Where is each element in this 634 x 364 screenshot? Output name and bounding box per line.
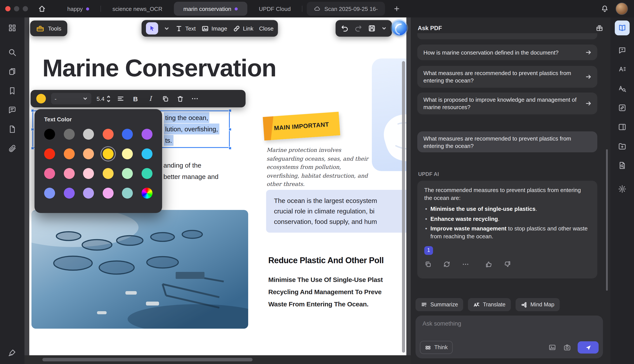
copy-icon[interactable] [424, 260, 432, 268]
selection-handle[interactable] [228, 128, 232, 131]
italic-button[interactable]: I [146, 94, 155, 104]
selection-handle[interactable] [31, 147, 34, 150]
pages-panel-button[interactable] [8, 67, 17, 76]
image-tool-button[interactable]: Image [201, 25, 227, 32]
link-tool-button[interactable]: Link [233, 25, 253, 32]
color-swatch-11[interactable] [142, 148, 152, 159]
more-options-button[interactable] [190, 94, 200, 104]
vertical-scrollbar[interactable] [402, 61, 405, 353]
thumbs-down-icon[interactable] [504, 260, 511, 268]
color-swatch-12[interactable] [44, 168, 55, 179]
think-mode-button[interactable]: Think [420, 341, 452, 354]
search-panel-button[interactable] [8, 48, 17, 57]
color-swatch-5[interactable] [142, 129, 152, 140]
notifications-button[interactable] [598, 2, 611, 15]
attachments-panel-button[interactable] [8, 144, 17, 153]
citation-badge[interactable]: 1 [424, 246, 433, 255]
file-panel-button[interactable] [8, 125, 17, 134]
arrow-right-icon[interactable] [585, 73, 592, 80]
translate-chip[interactable]: Translate [468, 298, 511, 311]
selection-handle[interactable] [228, 147, 232, 150]
chevron-down-icon[interactable] [382, 26, 387, 31]
reader-mode-button[interactable] [615, 20, 630, 35]
chevron-down-icon[interactable] [164, 26, 170, 31]
tab-science-news-ocr[interactable]: science news_OCR [101, 0, 174, 18]
chat-input-box[interactable]: Think [416, 316, 603, 358]
zoom-window-button[interactable] [23, 6, 28, 11]
color-swatch-0[interactable] [44, 129, 55, 140]
selected-text-line[interactable]: ts. [164, 135, 173, 146]
stepper-down-icon[interactable] [107, 99, 111, 103]
selection-handle[interactable] [31, 128, 34, 131]
ai-chat-button[interactable] [618, 46, 626, 54]
color-swatch-1[interactable] [64, 129, 75, 140]
color-swatch-7[interactable] [64, 148, 75, 159]
select-tool-button[interactable] [146, 22, 158, 34]
new-tab-button[interactable] [391, 3, 402, 14]
arrow-right-icon[interactable] [585, 49, 592, 56]
suggestion-card[interactable]: What measures are recommended to prevent… [417, 66, 597, 88]
color-swatch-16[interactable] [122, 168, 133, 179]
color-swatch-14[interactable] [83, 168, 94, 179]
stepper-up-icon[interactable] [107, 94, 111, 98]
horizontal-scrollbar[interactable] [42, 358, 252, 362]
thumbnails-panel-button[interactable] [8, 24, 17, 32]
screenshot-button[interactable] [562, 342, 572, 353]
tab-marin-conservation[interactable]: marin conservation [174, 2, 247, 16]
font-size-stepper[interactable]: 5.4 [97, 94, 111, 103]
color-swatch-9[interactable] [103, 148, 114, 159]
rewards-button[interactable] [595, 24, 603, 32]
home-button[interactable] [36, 2, 48, 15]
tab-scan[interactable]: Scan 2025-09-25 16- [307, 2, 385, 16]
current-text-color-swatch[interactable] [36, 94, 46, 104]
page-layout-button[interactable] [618, 123, 626, 131]
tab-happy[interactable]: happy [56, 0, 101, 18]
bold-button[interactable]: B [131, 94, 140, 104]
color-swatch-19[interactable] [64, 188, 75, 198]
ask-input[interactable] [422, 320, 589, 327]
color-swatch-20[interactable] [83, 188, 94, 198]
redo-icon[interactable] [354, 24, 362, 32]
document-search-button[interactable] [618, 161, 626, 170]
character-search-button[interactable] [618, 84, 626, 93]
selection-handle[interactable] [31, 109, 34, 112]
color-swatch-10[interactable] [122, 148, 133, 159]
minimize-window-button[interactable] [14, 6, 19, 11]
close-window-button[interactable] [5, 6, 11, 11]
delete-button[interactable] [175, 94, 185, 104]
selection-handle[interactable] [228, 109, 232, 112]
duplicate-button[interactable] [160, 94, 170, 104]
send-button[interactable] [578, 341, 599, 354]
color-swatch-21[interactable] [103, 188, 114, 198]
thumbs-up-icon[interactable] [485, 260, 492, 268]
tools-button[interactable]: Tools [30, 20, 68, 36]
bookmarks-panel-button[interactable] [8, 86, 17, 95]
ai-assistant-button[interactable] [392, 20, 407, 35]
color-swatch-18[interactable] [44, 188, 55, 198]
recognize-text-button[interactable] [618, 65, 626, 74]
user-avatar[interactable] [616, 2, 628, 15]
selected-text-line[interactable]: ting the ocean, [164, 112, 209, 123]
color-swatch-13[interactable] [64, 168, 75, 179]
color-swatch-23[interactable] [142, 188, 152, 198]
signature-tool-button[interactable] [8, 348, 17, 357]
align-button[interactable] [116, 94, 125, 104]
color-swatch-2[interactable] [83, 129, 94, 140]
tab-updf-cloud[interactable]: UPDF Cloud [247, 0, 302, 18]
font-family-select[interactable]: - [51, 93, 91, 104]
sticky-note[interactable]: MAIN IMPORTANT [263, 112, 340, 140]
regenerate-icon[interactable] [443, 260, 451, 268]
color-swatch-22[interactable] [122, 188, 133, 198]
save-icon[interactable] [368, 24, 376, 32]
pdf-page[interactable]: Marine Conservation ting the ocean, luti… [29, 18, 406, 355]
close-edit-button[interactable]: Close [259, 25, 274, 32]
color-swatch-6[interactable] [44, 148, 55, 159]
panel-scrollbar[interactable] [606, 149, 608, 291]
suggestion-card[interactable]: How is marine conservation defined in th… [417, 44, 597, 60]
color-swatch-4[interactable] [122, 129, 133, 140]
selected-text-line[interactable]: lution, overfishing, [164, 124, 219, 134]
summarize-chip[interactable]: Summarize [416, 298, 463, 311]
more-icon[interactable] [462, 260, 469, 268]
color-swatch-17[interactable] [142, 168, 152, 179]
color-swatch-15[interactable] [103, 168, 114, 179]
